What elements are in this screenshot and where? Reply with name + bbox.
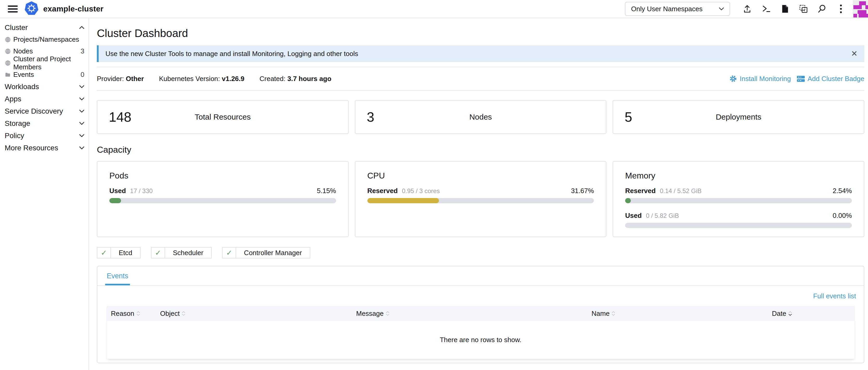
- action-label: Install Monitoring: [740, 75, 791, 83]
- chevron-down-icon: [79, 109, 84, 113]
- sidebar-group-apps[interactable]: Apps: [0, 93, 89, 105]
- capacity-heading: Capacity: [97, 144, 864, 155]
- capacity-row: Pods Used 17 / 330 5.15% CPU Reserved 0.…: [97, 161, 864, 237]
- chevron-down-icon: [719, 7, 724, 11]
- sidebar-group-label: Storage: [5, 119, 30, 128]
- pods-capacity-card: Pods Used 17 / 330 5.15%: [97, 161, 349, 237]
- component-label: Controller Manager: [236, 249, 310, 257]
- meter-label: Reserved: [367, 187, 398, 195]
- sidebar-group-workloads[interactable]: Workloads: [0, 81, 89, 93]
- events-panel: Events Full events list Reason Object: [97, 266, 864, 363]
- meter-label: Used: [110, 187, 126, 195]
- glance-value: v1.26.9: [222, 75, 245, 83]
- meter-label: Reserved: [625, 187, 656, 195]
- column-header-object[interactable]: Object: [160, 310, 356, 318]
- chevron-up-icon: [79, 26, 84, 29]
- meter-percent: 0.00%: [833, 211, 852, 220]
- glance-created: Created: 3.7 hours ago: [259, 75, 332, 83]
- column-label: Reason: [111, 310, 134, 318]
- sidebar-item-label: Nodes: [13, 47, 33, 55]
- check-icon: ✓: [152, 248, 165, 258]
- sidebar-group-policy[interactable]: Policy: [0, 130, 89, 142]
- namespace-filter-select[interactable]: Only User Namespaces: [625, 2, 730, 16]
- events-table-body: There are no rows to show.: [106, 321, 855, 359]
- deployments-card: 5 Deployments: [613, 100, 864, 134]
- progress-fill: [110, 198, 121, 203]
- component-status-row: ✓ Etcd ✓ Scheduler ✓ Controller Manager: [97, 247, 864, 258]
- chevron-down-icon: [79, 122, 84, 125]
- column-label: Name: [591, 310, 610, 318]
- globe-icon: [5, 48, 11, 54]
- meter-percent: 2.54%: [833, 187, 852, 195]
- meter-fraction: 17 / 330: [130, 187, 153, 195]
- sidebar-group-label: Workloads: [5, 83, 39, 91]
- sidebar-group-storage[interactable]: Storage: [0, 117, 89, 130]
- column-header-message[interactable]: Message: [356, 310, 591, 318]
- sidebar-group-service-discovery[interactable]: Service Discovery: [0, 105, 89, 117]
- sort-icon: [136, 311, 140, 316]
- banner-text: Use the new Cluster Tools to manage and …: [105, 50, 358, 58]
- full-events-list-link[interactable]: Full events list: [813, 292, 856, 300]
- column-header-name[interactable]: Name: [591, 310, 772, 318]
- folder-icon: [5, 72, 11, 78]
- sort-icon: [386, 311, 390, 316]
- sidebar: Cluster Projects/Namespaces Nodes 3: [0, 18, 89, 370]
- sidebar-group-label: Cluster: [5, 24, 28, 32]
- column-label: Object: [160, 310, 180, 318]
- meter-percent: 5.15%: [317, 187, 336, 195]
- chevron-down-icon: [79, 97, 84, 101]
- add-cluster-badge-link[interactable]: Add Cluster Badge: [797, 75, 864, 83]
- import-yaml-icon[interactable]: [738, 2, 756, 16]
- kebab-menu-icon[interactable]: [832, 2, 850, 16]
- sort-icon: [182, 311, 185, 316]
- user-avatar[interactable]: [853, 0, 868, 18]
- meter-percent: 31.67%: [571, 187, 594, 195]
- glance-provider: Provider: Other: [97, 75, 144, 83]
- cpu-reserved-meter: Reserved 0.95 / 3 cores 31.67%: [367, 187, 594, 203]
- memory-used-meter: Used 0 / 5.82 GiB 0.00%: [625, 211, 852, 228]
- search-icon[interactable]: [813, 2, 832, 16]
- column-header-date[interactable]: Date: [772, 310, 855, 318]
- glance-label: Kubernetes Version:: [159, 75, 220, 83]
- sidebar-group-cluster[interactable]: Cluster: [0, 21, 89, 34]
- stat-label: Deployments: [613, 113, 864, 121]
- meter-fraction: 0 / 5.82 GiB: [646, 212, 679, 219]
- sidebar-group-more-resources[interactable]: More Resources: [0, 142, 89, 154]
- cpu-capacity-card: CPU Reserved 0.95 / 3 cores 31.67%: [355, 161, 607, 237]
- globe-icon: [5, 36, 11, 43]
- sidebar-item-projects-namespaces[interactable]: Projects/Namespaces: [0, 34, 89, 45]
- kubectl-shell-icon[interactable]: [756, 2, 775, 16]
- sidebar-item-cluster-and-project-members[interactable]: Cluster and Project Members: [0, 57, 89, 69]
- stat-label: Nodes: [355, 113, 606, 121]
- total-resources-card: 148 Total Resources: [97, 100, 349, 134]
- chevron-down-icon: [79, 85, 84, 88]
- progress-track: [625, 223, 852, 228]
- badge-icon: [797, 75, 805, 83]
- empty-rows-message: There are no rows to show.: [440, 336, 522, 344]
- divider: [97, 90, 864, 91]
- install-monitoring-link[interactable]: Install Monitoring: [729, 75, 791, 83]
- column-header-reason[interactable]: Reason: [111, 310, 160, 318]
- download-kubeconfig-icon[interactable]: [775, 2, 794, 16]
- sidebar-group-label: Service Discovery: [5, 107, 63, 115]
- hamburger-menu-icon[interactable]: [8, 4, 18, 14]
- glance-value: Other: [126, 75, 144, 83]
- progress-track: [625, 198, 852, 203]
- cluster-actions: Install Monitoring Add Cluster Badge: [729, 75, 864, 83]
- progress-track: [367, 198, 594, 203]
- progress-fill: [625, 198, 631, 203]
- component-label: Etcd: [111, 249, 140, 257]
- tab-events[interactable]: Events: [105, 266, 130, 285]
- sort-icon: [612, 311, 615, 316]
- copy-kubeconfig-icon[interactable]: [794, 2, 813, 16]
- sidebar-count-badge: 0: [81, 70, 84, 79]
- component-label: Scheduler: [165, 249, 211, 257]
- stat-cards-row: 148 Total Resources 3 Nodes 5 Deployment…: [97, 100, 864, 134]
- events-link-row: Full events list: [97, 286, 864, 300]
- events-table: Reason Object Message: [106, 306, 855, 359]
- capacity-card-title: Memory: [625, 171, 852, 180]
- nodes-card: 3 Nodes: [355, 100, 607, 134]
- glance-kubernetes-version: Kubernetes Version: v1.26.9: [159, 75, 245, 83]
- stat-label: Total Resources: [97, 113, 348, 121]
- close-icon[interactable]: ✕: [851, 50, 858, 58]
